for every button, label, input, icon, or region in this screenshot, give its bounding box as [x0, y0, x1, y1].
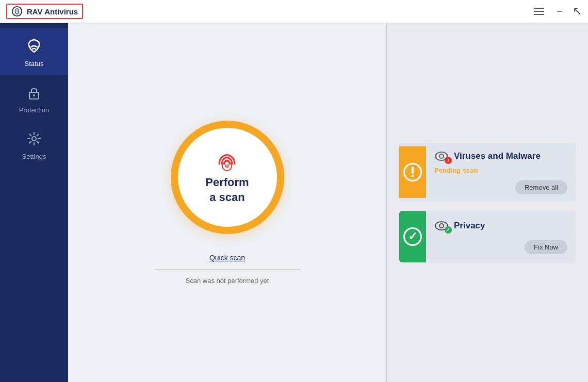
svg-point-3 [32, 137, 36, 141]
viruses-warn-badge: ! [445, 157, 452, 164]
app-title-area: RAV Antivirus [6, 4, 83, 19]
rav-logo-icon [11, 6, 23, 17]
sidebar-protection-label: Protection [19, 106, 50, 114]
viruses-monitor-icon: ! [434, 150, 449, 162]
window-controls: − ↖ [532, 5, 582, 18]
status-icon [26, 38, 42, 57]
privacy-card-body: ✓ Privacy Fix Now [426, 212, 576, 261]
minimize-icon: − [557, 6, 562, 17]
scan-icon-wrapper: Perform a scan [205, 150, 249, 205]
scan-divider [155, 269, 300, 270]
viruses-subtitle: Pending scan [434, 167, 567, 174]
sidebar-item-settings[interactable]: Settings [0, 121, 68, 168]
content-area: Perform a scan Quick scan Scan was not p… [68, 23, 588, 382]
svg-point-7 [226, 168, 227, 169]
protection-icon [26, 84, 42, 103]
remove-all-button[interactable]: Remove all [515, 180, 567, 194]
privacy-eye-icon: ✓ [434, 220, 449, 232]
svg-point-0 [12, 7, 22, 16]
privacy-card-accent: ✓ [399, 211, 426, 262]
sidebar-item-protection[interactable]: Protection [0, 75, 68, 121]
sidebar: Status Protection Settings [0, 23, 68, 382]
menu-button[interactable] [532, 7, 546, 16]
privacy-title: Privacy [454, 221, 485, 231]
privacy-card: ✓ ✓ Privacy Fix Now [399, 211, 576, 262]
privacy-card-header: ✓ Privacy [434, 220, 567, 232]
scan-circle[interactable]: Perform a scan [171, 121, 284, 234]
rav-signal-icon [214, 150, 240, 175]
viruses-title: Viruses and Malware [454, 151, 541, 161]
scan-circle-wrapper: Perform a scan [171, 121, 284, 234]
hamburger-icon [534, 8, 544, 15]
sidebar-settings-label: Settings [22, 153, 46, 160]
svg-point-2 [33, 94, 35, 96]
right-panel: ! ! [387, 23, 588, 382]
viruses-alert-icon: ! [403, 163, 422, 181]
viruses-card: ! ! [399, 143, 576, 202]
app-title: RAV Antivirus [27, 7, 78, 16]
svg-point-11 [439, 224, 444, 228]
sidebar-status-label: Status [25, 60, 44, 68]
privacy-check-icon: ✓ [403, 227, 422, 246]
scan-title: Perform a scan [205, 175, 249, 205]
settings-icon [26, 130, 42, 150]
privacy-check-badge: ✓ [445, 226, 452, 234]
quick-scan-link[interactable]: Quick scan [209, 254, 245, 262]
scan-panel: Perform a scan Quick scan Scan was not p… [68, 23, 387, 382]
fix-now-button[interactable]: Fix Now [525, 240, 567, 254]
viruses-card-body: ! Viruses and Malware Pending scan Remov… [426, 143, 576, 202]
scan-status-text: Scan was not performed yet [186, 277, 269, 285]
viruses-card-accent: ! [399, 146, 426, 198]
main-layout: Status Protection Settings [0, 23, 588, 382]
svg-point-9 [439, 154, 444, 158]
sidebar-item-status[interactable]: Status [0, 28, 68, 75]
cursor-icon: ↖ [573, 5, 582, 18]
viruses-card-header: ! Viruses and Malware [434, 150, 567, 162]
minimize-button[interactable]: − [554, 5, 564, 18]
title-bar: RAV Antivirus − ↖ [0, 0, 588, 23]
